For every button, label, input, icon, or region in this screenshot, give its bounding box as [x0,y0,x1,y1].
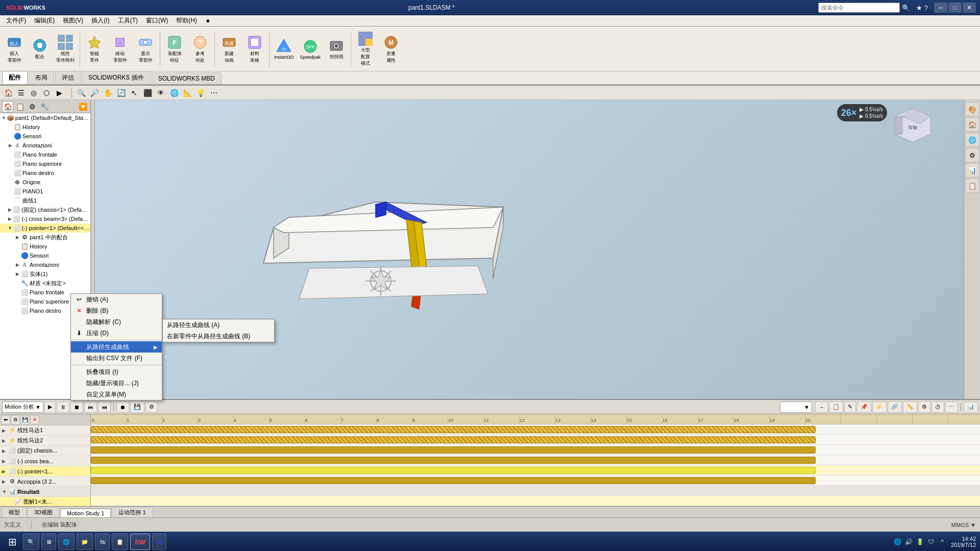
motion-item-risultati[interactable]: ▼ 📊 Risultati [0,487,90,497]
taskbar-explorer-btn[interactable]: 📁 [77,534,93,550]
motion-item-chassis[interactable]: ▶ ⬜ (固定) chassis... [0,446,90,456]
render-btn[interactable]: 🌐 [168,87,180,98]
ctx-item-delete[interactable]: ✕ 删除 (B) [71,305,162,316]
motion-stop-btn[interactable]: ⏹ [70,402,83,413]
motion-tool8[interactable]: ⏱ [932,402,944,413]
pan-btn[interactable]: ✋ [102,87,114,98]
tree-piano-frontale[interactable]: ⬜ Piano frontale [0,150,90,159]
move-part-btn[interactable]: ↔ 移动零部件 [108,29,132,69]
motion-item-pointer1[interactable]: ▶ ⬜ (-) pointer<1... [0,466,90,477]
smart-fastener-btn[interactable]: 智能零件 [82,29,107,69]
section-view-btn[interactable]: 📐 [181,87,193,98]
view-btn-home[interactable]: 🏠 [2,87,14,98]
time-format-dropdown[interactable]: ▼ [780,402,812,413]
bottom-tab-3dview[interactable]: 3D视图 [28,507,59,517]
risultati-expand[interactable]: ▼ [2,489,8,494]
ctx-item-show-hide[interactable]: 隐藏/显示项目... (J) [71,378,162,389]
new-motion-btn[interactable]: 新建 新建动画 [217,29,241,69]
sub-ctx-item-b[interactable]: 在新零件中从路径生成曲线 (B) [163,331,274,342]
ctx-item-hide[interactable]: 隐藏解析 (C) [71,316,162,328]
tab-mbd[interactable]: SOLIDWORKS MBD [152,72,222,84]
motion-type-dropdown[interactable]: Motion 分析 ▼ [2,402,43,413]
ctx-item-compress[interactable]: ⬇ 压缩 (D) [71,328,162,339]
motion-next-btn[interactable]: ⏭ [84,402,97,413]
tree-annotazioni-top[interactable]: ▶ A Annotazioni [0,141,90,150]
taskbar-task-view-btn[interactable]: 🖥 [41,534,56,550]
snapshot-btn[interactable]: 拍快照 [324,29,349,69]
tree-root[interactable]: ▼ 📦 pant1 (Default<Default_Stato d... [0,113,90,122]
sub-ctx-item-a[interactable]: 从路径生成曲线 (A) [163,319,274,331]
hide-show-btn[interactable]: 👁 [155,87,167,98]
tree-sensori-sub[interactable]: 🔵 Sensori [0,251,90,260]
start-btn[interactable]: ⊞ [4,534,21,550]
right-btn-6[interactable]: 📋 [965,179,979,193]
menu-edit[interactable]: 编辑(E) [30,15,59,26]
crossbeam-expand[interactable]: ▶ [2,459,8,464]
taskbar-search-btn[interactable]: 🔍 [23,534,39,550]
part-array-btn[interactable]: 线性零件阵列 [53,29,78,69]
viewport-3d[interactable]: X Y Z 等轴 26× ▶ 0.5¼s/s ▶ 0.5¼s/s [95,100,964,399]
tree-pant1-config[interactable]: ▶ ⚙ pant1 中的配合 [0,233,90,242]
tree-piano-destro[interactable]: ⬜ Piano destro [0,168,90,178]
right-btn-3[interactable]: 🌐 [965,133,979,147]
motion-tool5[interactable]: 🔗 [888,402,902,413]
restore-btn[interactable]: □ [948,3,962,13]
view-btn-circle[interactable]: ◎ [28,87,40,98]
zoom-area-btn[interactable]: 🔎 [88,87,101,98]
tree-chassis[interactable]: ▶ ⬜ (固定) chassis<1> (Default<... [0,205,90,214]
motion-tool4[interactable]: ⚡ [872,402,887,413]
taskbar-word-btn[interactable]: W [152,534,166,550]
view-btn-list[interactable]: ☰ [15,87,27,98]
display-btn[interactable]: ⬛ [141,87,154,98]
motion-extra-btn[interactable]: 📊 [964,402,978,413]
motor2-expand[interactable]: ▶ [2,438,8,443]
tab-pingjia[interactable]: 评估 [55,71,81,84]
motion-pause-btn[interactable]: ⏸ [57,402,69,413]
panel-tab-config[interactable]: ⚙ [27,101,38,112]
instant3d-btn[interactable]: 3D Instant3D [272,29,297,69]
tree-piano1[interactable]: ⬜ PIANO1 [0,187,90,196]
annotazioni-expand[interactable]: ▶ [7,142,13,148]
motion-right-arrow[interactable]: → [815,402,828,413]
panel-tab-properties[interactable]: 📋 [14,101,26,112]
tray-icon-volume[interactable]: 🔊 [904,537,913,546]
motion-tool9[interactable]: ⋯ [945,402,958,413]
root-expand[interactable]: ▼ [1,115,7,121]
motion-tool2[interactable]: ✎ [844,402,856,413]
tray-icon-arrow[interactable]: ^ [938,537,947,546]
ctx-item-generate-curve[interactable]: 从路径生成曲线 ▶ [71,341,162,353]
accoppia-expand[interactable]: ▶ [2,479,8,484]
bottom-tab-model[interactable]: 模型 [2,507,27,517]
motion-sub-btn1[interactable]: ⬅ [1,415,10,424]
ctx-item-unfold[interactable]: 拆叠项目 (I) [71,366,162,378]
motor1-expand[interactable]: ▶ [2,428,8,433]
reference-btn[interactable]: ? 参考何处 [188,29,212,69]
right-btn-2[interactable]: 🏠 [965,117,979,132]
tab-buju[interactable]: 布局 [29,71,54,84]
tree-sensori-top[interactable]: 🔵 Sensori [0,132,90,141]
more-btn[interactable]: ⋯ [208,87,220,98]
menu-help[interactable]: 帮助(H) [172,15,201,26]
zoom-fit-btn[interactable]: 🔍 [75,87,87,98]
tree-history-top[interactable]: 📋 History [0,122,90,132]
tree-cross-beam[interactable]: ▶ ⬜ (-) cross beam<3> (Default... [0,214,90,223]
assembly-btn[interactable]: 配合 [28,29,52,69]
search-input[interactable] [818,3,900,13]
view-cube[interactable]: 等轴 [892,106,933,147]
tab-peijian[interactable]: 配件 [2,71,28,84]
mass-properties-btn[interactable]: M 质量属性 [379,29,403,69]
menu-window[interactable]: 窗口(W) [142,15,172,26]
insert-parts-btn[interactable]: 插入 插入零部件 [2,29,27,69]
motion-tool6[interactable]: 📏 [903,402,917,413]
right-btn-1[interactable]: 🎨 [965,102,979,116]
motion-settings-btn[interactable]: ⚙ [145,402,158,413]
tray-icon-security[interactable]: 🛡 [926,537,936,546]
lighting-btn[interactable]: 💡 [194,87,207,98]
tab-plugins[interactable]: SOLIDWORKS 插件 [82,71,151,84]
large-assembly-btn[interactable]: 大型配置模式 [353,29,378,69]
menu-file[interactable]: 文件(F) [2,15,30,26]
minimize-btn[interactable]: ─ [934,3,947,13]
tree-pointer1[interactable]: ▼ ⬜ (-) pointer<1> (Default<<D... [0,223,90,233]
view-btn-arrow[interactable]: ▶ [53,87,65,98]
tree-piano-superiore[interactable]: ⬜ Piano superiore [0,159,90,168]
